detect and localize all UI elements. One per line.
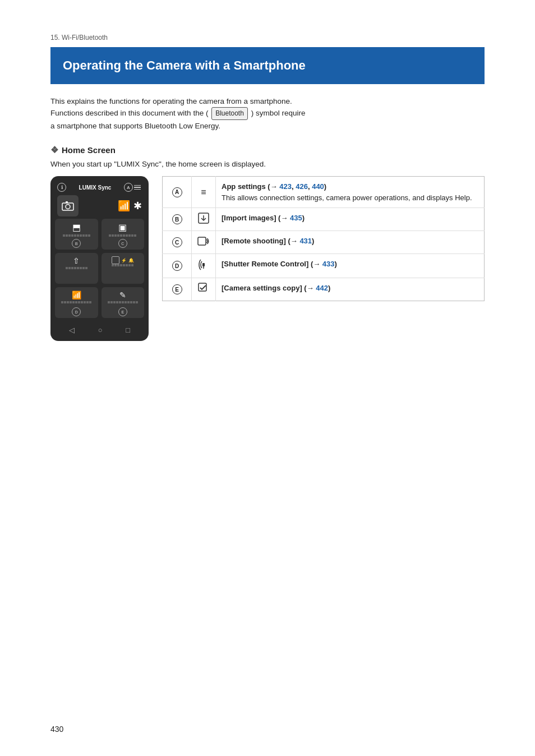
row-e-label: E xyxy=(163,278,192,301)
phone-menu-icon xyxy=(133,184,142,191)
bluetooth-icon: ✱ xyxy=(133,200,142,212)
breadcrumb: 15. Wi-Fi/Bluetooth xyxy=(50,34,485,42)
remote-shoot-icon xyxy=(197,236,210,247)
cell-import-icon: ⇧ xyxy=(73,256,80,265)
cell-remote-icons: ⚡ 🔔 xyxy=(112,256,134,264)
phone-camera-cell xyxy=(57,195,79,216)
wifi-icon: 📶 xyxy=(118,200,130,212)
section-title: Home Screen xyxy=(62,145,116,155)
camera-icon xyxy=(62,201,74,211)
phone-cell-b: ⬒ B xyxy=(55,219,98,250)
row-e-desc: [Camera settings copy] (→ 442) xyxy=(216,278,485,301)
shutter-remote-icon xyxy=(199,259,209,271)
import-icon xyxy=(198,213,209,224)
svg-rect-5 xyxy=(198,237,206,245)
row-b-desc: [Import images] (→ 435) xyxy=(216,208,485,231)
row-e-icon xyxy=(192,278,216,301)
row-d-icon xyxy=(192,254,216,278)
cell-b-icon: ⬒ xyxy=(72,222,81,233)
phone-row2: ⬒ B ▣ xyxy=(55,219,144,250)
home-screen-desc: When you start up "LUMIX Sync", the home… xyxy=(50,160,485,168)
row-c-desc: [Remote shooting] (→ 431) xyxy=(216,231,485,254)
page-container: 15. Wi-Fi/Bluetooth Operating the Camera… xyxy=(0,0,535,375)
phone-cell-d: 📶 D xyxy=(55,287,98,318)
page-number: 430 xyxy=(50,725,63,734)
phone-app-name: LUMIX Sync xyxy=(66,185,124,191)
cell-c-dots xyxy=(104,234,142,237)
home-screen-container: ℹ LUMIX Sync A xyxy=(50,176,485,341)
phone-nav-bar: ◁ ○ □ xyxy=(55,321,144,335)
phone-top-bar: ℹ LUMIX Sync A xyxy=(55,182,144,195)
table-row: A ≡ App settings (→ 423, 426, 440) This … xyxy=(163,177,485,208)
cell-e-dots xyxy=(104,301,142,303)
phone-row1-icons: 📶 ✱ xyxy=(118,200,142,212)
phone-cell-import: ⇧ xyxy=(55,253,98,284)
row-b-icon xyxy=(192,208,216,231)
cell-e-icon: ✎ xyxy=(119,291,126,299)
phone-cell-c: ▣ C xyxy=(102,219,145,250)
row-a-icon: ≡ xyxy=(192,177,216,208)
page-title: Operating the Camera with a Smartphone xyxy=(63,57,472,74)
svg-rect-6 xyxy=(202,263,205,266)
remote-wifi2: 🔔 xyxy=(128,258,134,263)
svg-rect-2 xyxy=(66,201,68,203)
intro-paragraph: This explains the functions for operatin… xyxy=(50,95,485,132)
phone-cell-remote: ⚡ 🔔 xyxy=(102,253,145,284)
cell-b-dots xyxy=(57,234,96,237)
row-c-icon xyxy=(192,231,216,254)
cell-b-label: B xyxy=(72,239,81,248)
table-row: C [Remote shooting] (→ 431) xyxy=(163,231,485,254)
cell-import-dots xyxy=(57,267,96,269)
cell-e-label: E xyxy=(118,307,127,316)
section-diamond: ❖ xyxy=(50,145,58,155)
cell-remote-dots xyxy=(104,264,142,266)
cell-d-label: D xyxy=(72,307,81,316)
intro-text1: This explains the functions for operatin… xyxy=(50,97,292,105)
table-row: D [Shutter Remote Control] (→ 433) xyxy=(163,254,485,278)
remote-lightning: ⚡ xyxy=(121,258,127,263)
phone-info-icon: ℹ xyxy=(57,183,66,192)
phone-mockup: ℹ LUMIX Sync A xyxy=(50,176,149,341)
table-row: B [Import images] (→ 435) xyxy=(163,208,485,231)
info-table: A ≡ App settings (→ 423, 426, 440) This … xyxy=(162,176,485,301)
row-a-desc: App settings (→ 423, 426, 440) This allo… xyxy=(216,177,485,208)
phone-icons-row: 📶 ✱ xyxy=(55,195,144,216)
nav-square-btn: □ xyxy=(126,326,130,334)
nav-back-btn: ◁ xyxy=(69,326,75,334)
intro-text3: ) symbol require xyxy=(251,109,306,117)
bluetooth-badge: Bluetooth xyxy=(211,107,248,120)
cell-c-icon: ▣ xyxy=(118,222,127,233)
intro-text4: a smartphone that supports Bluetooth Low… xyxy=(50,122,220,130)
cell-c-label: C xyxy=(118,239,127,248)
svg-point-1 xyxy=(66,205,70,209)
settings-copy-icon xyxy=(198,283,209,294)
remote-cam1 xyxy=(112,256,119,264)
row-c-label: C xyxy=(163,231,192,254)
phone-a-badge: A xyxy=(124,183,133,192)
phone-cell-e: ✎ E xyxy=(102,287,145,318)
title-box: Operating the Camera with a Smartphone xyxy=(50,47,485,84)
row-b-label: B xyxy=(163,208,192,231)
phone-row3: ⇧ ⚡ 🔔 xyxy=(55,253,144,284)
row-d-desc: [Shutter Remote Control] (→ 433) xyxy=(216,254,485,278)
cell-d-icon: 📶 xyxy=(72,291,81,299)
table-row: E [Camera settings copy] (→ 442) xyxy=(163,278,485,301)
phone-row4: 📶 D ✎ xyxy=(55,287,144,318)
section-heading: ❖ Home Screen xyxy=(50,145,485,155)
nav-home-btn: ○ xyxy=(98,326,103,334)
svg-rect-8 xyxy=(199,283,206,291)
cell-d-dots xyxy=(57,301,96,303)
intro-text2: Functions described in this document wit… xyxy=(50,109,208,117)
row-a-label: A xyxy=(163,177,192,208)
row-d-label: D xyxy=(163,254,192,278)
